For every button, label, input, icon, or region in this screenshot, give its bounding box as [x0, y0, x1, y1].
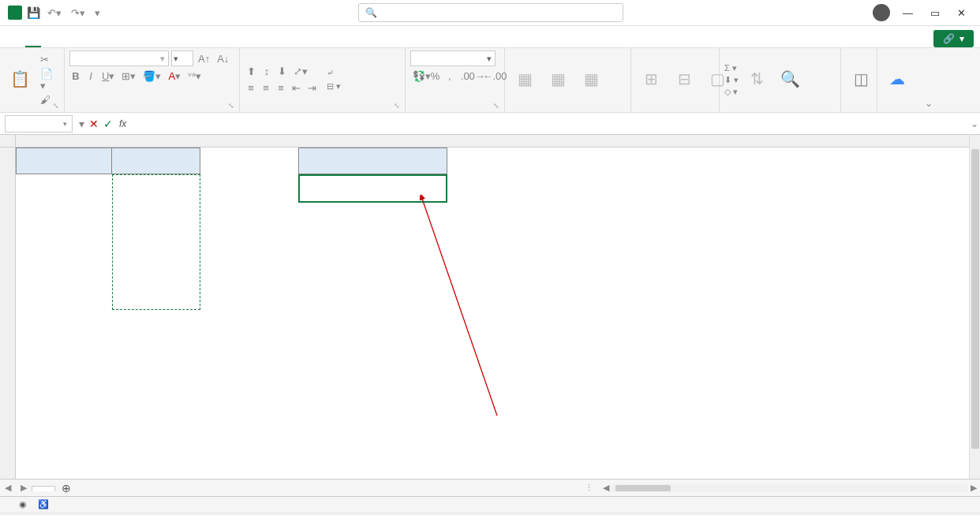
sheet-tab-menu[interactable]: ⋮	[578, 483, 600, 493]
font-color-icon[interactable]: A▾	[166, 69, 183, 83]
addins-button[interactable]: ◫	[846, 68, 876, 91]
restore-button[interactable]: ▭	[926, 7, 944, 19]
expand-formula-bar-icon[interactable]: ⌄	[969, 118, 980, 129]
formula-input[interactable]	[131, 115, 969, 132]
group-alignment: ⤡	[245, 109, 400, 110]
confirm-formula-button[interactable]: ✓	[103, 118, 113, 130]
underline-icon[interactable]: U▾	[99, 69, 117, 83]
minimize-button[interactable]: —	[898, 7, 918, 19]
inc-decimal-icon[interactable]: .00→	[458, 69, 478, 83]
conditional-format-button[interactable]: ▦	[510, 68, 540, 91]
group-addins	[846, 109, 872, 110]
align-left-icon[interactable]: ≡	[245, 81, 257, 95]
excel-icon	[8, 6, 22, 20]
search-box[interactable]: 🔍	[358, 3, 623, 22]
group-styles	[510, 109, 626, 110]
align-bottom-icon[interactable]: ⬇	[275, 65, 289, 78]
status-bar: ◉ ♿	[0, 496, 980, 512]
comma-icon[interactable]: ,	[443, 69, 456, 83]
name-box[interactable]: ▾	[5, 115, 73, 132]
row-headers	[0, 147, 16, 479]
search-input[interactable]	[382, 7, 616, 18]
indent-inc-icon[interactable]: ⇥	[305, 81, 319, 95]
align-right-icon[interactable]: ≡	[275, 81, 287, 95]
accessibility-status: ♿	[38, 499, 49, 509]
cell-A1[interactable]	[16, 147, 112, 174]
merge-center-button[interactable]: ⊟ ▾	[327, 81, 341, 91]
sheet-tab-1[interactable]	[32, 486, 55, 491]
hscroll-left-icon[interactable]: ◀	[600, 483, 612, 493]
cut-icon[interactable]: ✂	[38, 53, 59, 66]
fill-color-icon[interactable]: 🪣▾	[140, 69, 163, 83]
avatar[interactable]	[873, 4, 890, 21]
cells-area[interactable]	[16, 147, 969, 479]
tab-help[interactable]	[151, 39, 167, 47]
cancel-formula-button[interactable]: ✕	[89, 118, 99, 130]
tab-developer[interactable]	[136, 39, 151, 47]
font-name-input[interactable]: ▾	[69, 50, 169, 66]
tab-review[interactable]	[104, 39, 120, 47]
dec-decimal-icon[interactable]: ←.00	[480, 69, 499, 83]
wrap-text-button[interactable]: ⤶	[327, 68, 341, 78]
cell-styles-button[interactable]: ▦	[576, 68, 606, 91]
find-select-button[interactable]: 🔍	[775, 68, 805, 91]
horizontal-scrollbar[interactable]	[612, 484, 967, 492]
fx-icon[interactable]: fx	[119, 118, 126, 129]
increase-font-icon[interactable]: A↑	[196, 52, 212, 65]
align-center-icon[interactable]: ≡	[260, 81, 272, 95]
tab-page-layout[interactable]	[57, 39, 73, 47]
save-to-cloud-button[interactable]: ☁	[882, 68, 912, 91]
tab-file[interactable]	[9, 39, 25, 47]
tab-view[interactable]	[120, 39, 136, 47]
currency-icon[interactable]: 💱▾	[410, 69, 426, 83]
cell-D2-editing[interactable]	[298, 174, 447, 203]
ribbon: 📋 ✂ 📄▾ 🖌 ⤡ ▾ ▾ A↑ A↓ B I U▾ ⊞▾ 🪣▾ A▾	[0, 48, 980, 113]
macro-record-icon[interactable]: ◉	[19, 499, 27, 509]
select-all-button[interactable]	[0, 135, 16, 147]
bold-icon[interactable]: B	[69, 69, 82, 83]
phonetic-icon[interactable]: ᵛᵃ▾	[185, 69, 204, 83]
qat-customize[interactable]: ▾	[92, 7, 103, 19]
cell-D1[interactable]	[298, 147, 447, 174]
svg-line-0	[422, 199, 497, 416]
font-size-input[interactable]: ▾	[171, 50, 193, 66]
group-save	[882, 109, 915, 110]
cell-B1[interactable]	[112, 147, 200, 174]
border-icon[interactable]: ⊞▾	[119, 69, 138, 83]
sheet-nav-prev[interactable]: ◀	[0, 483, 16, 493]
hscroll-right-icon[interactable]: ▶	[967, 483, 980, 493]
percent-icon[interactable]: %	[428, 69, 441, 83]
undo-button[interactable]: ↶▾	[45, 7, 64, 19]
decrease-font-icon[interactable]: A↓	[215, 52, 231, 65]
indent-dec-icon[interactable]: ⇤	[290, 81, 303, 95]
format-cells-button[interactable]: ▢	[702, 68, 732, 91]
italic-icon[interactable]: I	[84, 69, 97, 83]
tab-formulas[interactable]	[73, 39, 88, 47]
close-button[interactable]: ✕	[952, 7, 971, 19]
tab-acrobat[interactable]	[167, 39, 183, 47]
tab-home[interactable]	[25, 38, 41, 47]
number-format-select[interactable]: ▾	[410, 50, 496, 66]
orientation-icon[interactable]: ⤢▾	[291, 65, 310, 78]
add-sheet-button[interactable]: ⊕	[55, 482, 77, 495]
tab-data[interactable]	[88, 39, 104, 47]
group-clipboard: ⤡	[5, 109, 59, 110]
save-icon[interactable]: 💾	[27, 6, 40, 19]
sort-filter-button[interactable]: ⇅	[742, 68, 772, 91]
align-middle-icon[interactable]: ↕	[260, 65, 273, 78]
sheet-nav-next[interactable]: ▶	[16, 483, 32, 493]
vertical-scrollbar[interactable]	[969, 135, 980, 479]
redo-button[interactable]: ↷▾	[69, 7, 88, 19]
format-as-table-button[interactable]: ▦	[543, 68, 573, 91]
formula-bar: ▾ ▾ ✕ ✓ fx ⌄	[0, 113, 980, 135]
group-number: ⤡	[410, 109, 499, 110]
insert-cells-button[interactable]: ⊞	[636, 68, 666, 91]
collapse-ribbon-icon[interactable]: ⌄	[920, 48, 937, 112]
paste-button[interactable]: 📋	[5, 68, 35, 91]
tab-insert[interactable]	[41, 39, 57, 47]
fb-dropdown-icon[interactable]: ▾	[79, 118, 84, 130]
delete-cells-button[interactable]: ⊟	[669, 68, 699, 91]
copy-icon[interactable]: 📄▾	[38, 67, 59, 92]
align-top-icon[interactable]: ⬆	[245, 65, 258, 78]
share-button[interactable]: 🔗▾	[933, 30, 974, 47]
